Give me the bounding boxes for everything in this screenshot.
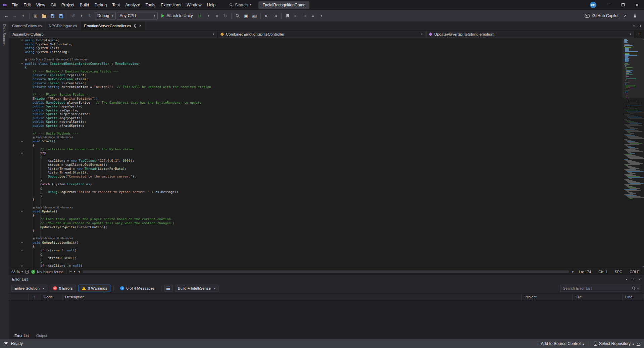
solution-name[interactable]: FacialRecognitionGame [258, 1, 309, 9]
restart-icon[interactable]: ↻ [221, 12, 229, 19]
scroll-up-icon[interactable]: ▴ [642, 38, 644, 41]
spaces-indicator[interactable]: SPC [615, 270, 623, 274]
select-repository-button[interactable]: Select Repository ▴ [594, 341, 634, 346]
account-avatar[interactable]: GG [590, 2, 596, 8]
attach-to-unity-button[interactable]: Attach to Unity [159, 12, 195, 20]
messages-filter-button[interactable]: i 0 of 4 Messages [117, 285, 158, 292]
outdent-icon[interactable]: ⇤ [263, 12, 270, 19]
scope-dropdown[interactable]: Entire Solution ▾ [11, 285, 47, 292]
data-sources-vertical-tab[interactable]: Data Sources [2, 24, 6, 339]
code-editor[interactable]: using UnityEngine;using System.Net.Socke… [9, 38, 623, 268]
close-tab-icon[interactable]: × [139, 24, 142, 28]
issues-indicator[interactable]: ✓ No issues found [31, 270, 63, 274]
solution-configuration-dropdown[interactable]: Debug ▾ [95, 12, 116, 19]
send-feedback-icon[interactable] [631, 12, 639, 19]
panel-tab-error-list[interactable]: Error List [11, 333, 33, 338]
codelens-text[interactable]: Unity Message | 0 references [36, 206, 73, 210]
column-header-line[interactable]: Line [623, 294, 644, 300]
horizontal-scrollbar[interactable] [83, 270, 569, 273]
menu-window[interactable]: Window [184, 0, 204, 10]
type-dropdown[interactable]: CombinedEmotionSpriteController ▾ [218, 31, 426, 38]
member-dropdown[interactable]: UpdatePlayerSprite(string emotion) ▾ [426, 31, 634, 38]
quick-search[interactable]: Search ▾ [227, 2, 254, 8]
fold-collapse-icon[interactable] [20, 140, 23, 142]
zoom-dropdown[interactable]: 68 % ▾ [11, 270, 23, 274]
box-selection-icon[interactable]: ▣ [242, 12, 250, 19]
line-ending-indicator[interactable]: CRLF [630, 270, 639, 274]
save-all-icon[interactable] [57, 12, 64, 19]
codelens-text[interactable]: Unity Message | 0 references [36, 136, 73, 140]
error-list-search-input[interactable] [563, 286, 630, 290]
column-header-file[interactable]: File [573, 294, 623, 300]
warnings-filter-button[interactable]: 0 Warnings [79, 285, 111, 292]
document-tab[interactable]: EmotionServerController.cs× [81, 21, 145, 30]
navbar-anchor-icon[interactable]: + [635, 32, 643, 37]
fold-collapse-icon[interactable] [20, 210, 23, 212]
menu-tools[interactable]: Tools [143, 0, 158, 10]
menu-git[interactable]: Git [48, 0, 59, 10]
navigate-backward-icon[interactable]: ← [3, 12, 10, 19]
close-panel-icon[interactable]: × [639, 277, 641, 281]
scroll-down-icon[interactable]: ▾ [642, 265, 644, 268]
previous-bookmark-icon[interactable]: ⇤ [292, 12, 300, 19]
column-header-project[interactable]: Project [522, 294, 573, 300]
find-in-files-icon[interactable] [234, 12, 241, 19]
intellisense-filter-dropdown[interactable]: Build + IntelliSense ▾ [175, 285, 218, 292]
share-icon[interactable]: ↗ [621, 12, 629, 19]
notifications-bell-icon[interactable] [637, 343, 640, 345]
navigate-forward-icon[interactable]: → [11, 12, 18, 19]
restore-button[interactable] [616, 0, 630, 10]
menu-edit[interactable]: Edit [21, 0, 34, 10]
menu-project[interactable]: Project [59, 0, 77, 10]
start-without-debugging-icon[interactable]: ▷ [196, 12, 204, 19]
undo-icon[interactable]: ↺ [69, 12, 77, 19]
fold-collapse-icon[interactable] [20, 62, 23, 64]
navigation-history-caret-icon[interactable]: ▾ [19, 12, 27, 19]
stop-icon[interactable]: ■ [213, 12, 220, 19]
minimap[interactable]: ▴ ▾ [623, 38, 644, 268]
solution-platform-dropdown[interactable]: Any CPU ▾ [117, 12, 158, 19]
panel-tab-output[interactable]: Output [33, 333, 50, 338]
menu-file[interactable]: File [9, 0, 21, 10]
document-tab[interactable]: CameraFollow.cs [9, 21, 45, 30]
error-list-search[interactable]: ▾ [560, 285, 641, 292]
pin-tab-icon[interactable] [134, 24, 137, 28]
scroll-right-icon[interactable]: ▶ [572, 270, 574, 273]
menu-extensions[interactable]: Extensions [158, 0, 184, 10]
document-tab[interactable]: NPCDialogue.cs [45, 21, 81, 30]
scrollbar-thumb[interactable] [83, 270, 569, 273]
column-header-description[interactable]: Description [62, 294, 522, 300]
save-icon[interactable] [49, 12, 56, 19]
close-button[interactable]: × [630, 0, 644, 10]
spell-check-icon[interactable]: abc [251, 12, 258, 19]
column-indicator[interactable]: Ch: 1 [598, 270, 607, 274]
document-health-icon[interactable] [26, 270, 29, 274]
error-list-body[interactable] [9, 301, 644, 332]
redo-icon[interactable]: ↻ [86, 12, 94, 19]
scroll-left-icon[interactable]: ◀ [78, 270, 80, 273]
code-cleanup-button[interactable]: ✂ ▾ [69, 269, 75, 274]
errors-filter-button[interactable]: × 0 Errors [50, 285, 76, 292]
fold-collapse-icon[interactable] [20, 39, 23, 41]
project-dropdown[interactable]: Assembly-CSharp ▾ [9, 31, 217, 38]
outline-icon[interactable]: ≡ [309, 12, 316, 19]
panel-title-bar[interactable]: Error List ▾ × [9, 275, 644, 283]
column-header-code[interactable]: Code [41, 294, 62, 300]
float-window-icon[interactable] [638, 25, 641, 27]
severity-column-icon[interactable]: ! [29, 294, 41, 300]
fold-collapse-icon[interactable] [20, 241, 23, 243]
next-bookmark-icon[interactable]: ⇥ [301, 12, 308, 19]
line-number-indicator[interactable]: Ln: 174 [579, 270, 591, 274]
filter-button[interactable] [164, 285, 172, 292]
menu-view[interactable]: View [34, 0, 48, 10]
active-documents-caret-icon[interactable]: ▾ [633, 24, 635, 28]
github-copilot-label[interactable]: GitHub Copilot [592, 13, 618, 18]
indent-icon[interactable]: ⇥ [271, 12, 279, 19]
menu-analyze[interactable]: Analyze [122, 0, 143, 10]
add-to-source-control-button[interactable]: ↑ Add to Source Control ▴ [537, 341, 584, 346]
undo-caret-icon[interactable]: ▾ [78, 12, 85, 19]
codelens-text[interactable]: Unity Script (2 asset references) | 2 re… [29, 58, 88, 62]
menu-build[interactable]: Build [77, 0, 92, 10]
toolbar-options-caret-icon[interactable]: ▾ [317, 12, 325, 19]
menu-debug[interactable]: Debug [92, 0, 109, 10]
